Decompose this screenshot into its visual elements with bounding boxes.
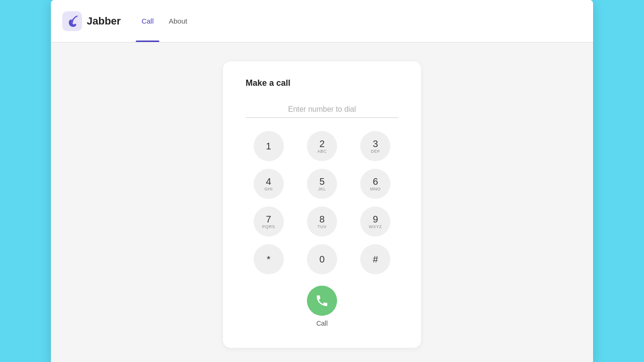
tab-about[interactable]: About [163, 0, 193, 42]
dial-card: Make a call 1 2 ABC 3 DEF 4 [223, 61, 421, 348]
key-hash[interactable]: # [360, 244, 390, 274]
key-8[interactable]: 8 TUV [307, 206, 337, 237]
tab-call[interactable]: Call [136, 0, 159, 42]
phone-icon [315, 294, 329, 308]
key-0[interactable]: 0 [307, 244, 337, 274]
key-9[interactable]: 9 WXYZ [360, 206, 390, 237]
key-star[interactable]: * [254, 244, 284, 274]
number-input-wrapper [246, 101, 398, 118]
key-5[interactable]: 5 JKL [307, 169, 337, 199]
number-input[interactable] [246, 101, 398, 118]
app-window: Jabber Call About Make a call 1 2 [51, 0, 593, 362]
key-3[interactable]: 3 DEF [360, 131, 390, 161]
key-1[interactable]: 1 [254, 131, 284, 161]
logo-area: Jabber [62, 11, 121, 31]
app-logo-icon [62, 11, 82, 31]
main-content: Make a call 1 2 ABC 3 DEF 4 [51, 42, 593, 362]
call-button[interactable] [307, 286, 337, 316]
app-name: Jabber [87, 15, 121, 27]
call-label: Call [316, 320, 328, 327]
key-6[interactable]: 6 MNO [360, 169, 390, 199]
key-2[interactable]: 2 ABC [307, 131, 337, 161]
header: Jabber Call About [51, 0, 593, 42]
dial-title: Make a call [246, 78, 398, 88]
nav-tabs: Call About [136, 0, 193, 42]
key-7[interactable]: 7 PQRS [254, 206, 284, 237]
key-4[interactable]: 4 GHI [254, 169, 284, 199]
keypad: 1 2 ABC 3 DEF 4 GHI 5 JKL [246, 131, 398, 274]
call-section: Call [246, 286, 398, 327]
